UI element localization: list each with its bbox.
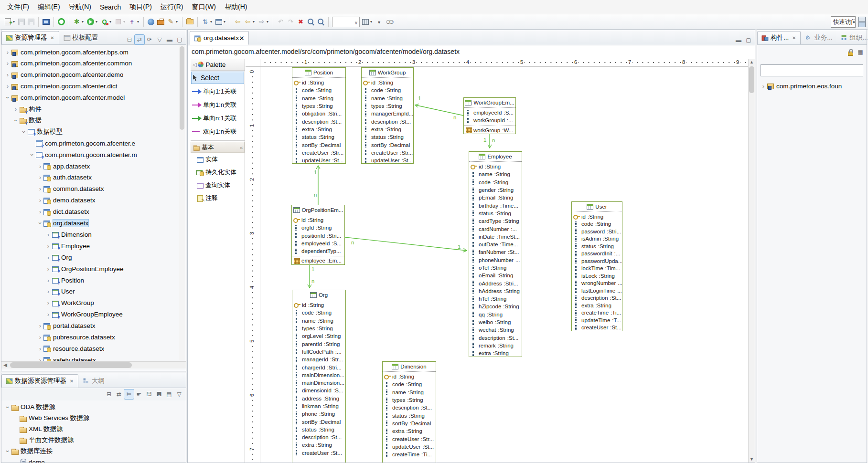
scroll-down-arrow[interactable]: ▼	[749, 456, 755, 463]
tree-expand-icon[interactable]: ›	[45, 277, 52, 284]
field-qq[interactable]: qq:String	[469, 311, 522, 318]
tree-item-数据[interactable]: ›?数据	[1, 115, 179, 126]
field-gender[interactable]: gender:String	[469, 186, 522, 194]
tree-expand-icon[interactable]: ›	[4, 71, 11, 78]
horizontal-ruler[interactable]: 0123456789	[260, 59, 748, 67]
field-description[interactable]: description:St...	[572, 295, 622, 302]
field-name[interactable]: name:String	[469, 170, 522, 178]
field-status[interactable]: status:String	[572, 242, 622, 250]
tree-expand-icon[interactable]: ›	[37, 208, 43, 215]
field-passwordupda[interactable]: passwordUpda...	[572, 257, 622, 265]
field-managerid[interactable]: managerId:Str...	[292, 356, 345, 363]
tab-业务[interactable]: 业务...	[801, 31, 836, 44]
tree-item-web-services-数据源[interactable]: Web Services 数据源	[1, 413, 186, 423]
field-islock[interactable]: isLock:String	[572, 272, 622, 280]
field-createuser[interactable]: createUser:Str...	[383, 435, 436, 442]
entity-position[interactable]: Positionid:Stringcode:Stringname:Stringt…	[292, 67, 346, 164]
tree-item-数据模型[interactable]: ›?数据模型	[1, 126, 179, 137]
field-code[interactable]: code:String	[469, 179, 522, 186]
menu-chevron-button[interactable]	[374, 16, 384, 28]
menu-导航-n[interactable]: 导航(N)	[64, 1, 96, 13]
field-passwordinit[interactable]: passwordInit:...	[572, 250, 622, 258]
palette-tool-持久化实体[interactable]: 持久化实体	[191, 166, 245, 179]
field-hzipcode[interactable]: hZipcode:String	[469, 303, 522, 310]
tree-item-portal-datasetx[interactable]: ›portal.datasetx	[1, 321, 179, 331]
tree-expand-icon[interactable]: ›	[4, 60, 11, 67]
dropdown-chevron-icon[interactable]: ▾	[266, 20, 269, 24]
field-name[interactable]: name:String	[292, 317, 345, 325]
field-id[interactable]: id:String	[469, 163, 522, 170]
tree-expand-icon[interactable]: ›	[37, 163, 43, 170]
field-status[interactable]: status:String	[292, 426, 345, 433]
tree-item-org[interactable]: ›?Org	[1, 252, 179, 263]
nav-backward-button[interactable]: ▾	[243, 16, 257, 28]
field-updateuser[interactable]: updateUser:St...	[292, 157, 345, 164]
browse-repository-button[interactable]	[146, 16, 156, 28]
field-phonenumber[interactable]: phoneNumber...	[469, 256, 522, 264]
menu-窗口-w[interactable]: 窗口(W)	[187, 1, 220, 13]
layout-grid-button[interactable]: ▾	[361, 16, 374, 28]
perspective-switcher[interactable]	[857, 16, 867, 28]
tree-item-oda-数据源[interactable]: ›ODA 数据源	[1, 402, 186, 412]
tree-expand-icon[interactable]: ›	[45, 288, 52, 295]
dropdown-chevron-icon[interactable]: ▾	[108, 20, 112, 24]
zoom-combo-button[interactable]	[331, 16, 361, 28]
field-id[interactable]: id:String	[383, 373, 436, 380]
explorer-vscrollbar[interactable]	[179, 45, 185, 360]
menu-search[interactable]: Search	[96, 1, 125, 13]
tree-expand-icon[interactable]: ›	[45, 265, 52, 273]
delete-button[interactable]	[296, 16, 306, 28]
vertical-ruler[interactable]: 01234567	[246, 67, 260, 463]
tree-item-dict-datasetx[interactable]: ›dict.datasetx	[1, 207, 179, 217]
properties-icon[interactable]: ▤	[164, 389, 174, 399]
section-collapse-icon[interactable]: «	[240, 145, 243, 150]
field-employeeid[interactable]: employeeId:S...	[464, 109, 515, 116]
dropdown-chevron-icon[interactable]: ▾	[175, 20, 179, 24]
palette-tool-实体[interactable]: 实体	[191, 153, 245, 166]
link-with-editor-icon[interactable]: ⇄	[135, 35, 144, 44]
field-fannubmer[interactable]: fanNubmer:St...	[469, 248, 522, 256]
annotate-button[interactable]: ▾	[166, 16, 180, 28]
tree-expand-icon[interactable]: ›	[760, 83, 767, 90]
tree-item-com-primeton-gocom-afcenter-e[interactable]: ?com.primeton.gocom.afcenter.e	[1, 138, 179, 148]
dropdown-chevron-icon[interactable]: ▾	[136, 20, 140, 24]
field-name[interactable]: name:String	[362, 95, 413, 102]
tree-expand-icon[interactable]: ›	[4, 404, 11, 410]
menu-项目-p[interactable]: 项目(P)	[125, 1, 156, 13]
tab-close-icon[interactable]: ✕	[69, 379, 75, 384]
field-status[interactable]: status:String	[383, 411, 436, 419]
field-maindimension[interactable]: mainDimension...	[292, 379, 345, 387]
link-with-editor-icon[interactable]: ⇄	[114, 389, 124, 399]
import-icon[interactable]: 🖫	[144, 389, 154, 399]
field-name[interactable]: name:String	[383, 389, 436, 396]
field-status[interactable]: status:String	[292, 133, 345, 141]
tree-item-orgpositionemployee[interactable]: ›?OrgPositionEmployee	[1, 263, 179, 274]
tree-expand-icon[interactable]: ›	[4, 83, 11, 90]
palette-tool-单向n-1关联[interactable]: 单向n:1关联	[191, 112, 245, 125]
field-maindimension[interactable]: mainDimension...	[292, 371, 345, 379]
debug-button[interactable]: ▾	[72, 16, 86, 28]
editor-tab-close-icon[interactable]: ✕	[239, 34, 244, 42]
palette-tool-单向1-n关联[interactable]: 单向1:n关联	[191, 98, 245, 112]
tree-item-user[interactable]: ›?User	[1, 286, 179, 297]
field-extra[interactable]: extra:String	[362, 126, 413, 133]
field-wrongnumber[interactable]: wrongNumber...	[572, 280, 622, 287]
quick-access-box[interactable]: 快速访问	[831, 16, 856, 28]
relaunch-button[interactable]: ▾	[127, 16, 141, 28]
tree-expand-icon[interactable]: ›	[45, 231, 52, 238]
relation-orgpositionem-to-employee[interactable]	[345, 237, 467, 251]
dropdown-chevron-icon[interactable]: ▾	[369, 20, 373, 24]
open-console-button[interactable]	[41, 16, 51, 28]
field-employee[interactable]: employee:Em...	[292, 256, 344, 264]
field-status[interactable]: status:String	[469, 210, 522, 217]
maximize-icon[interactable]: ▢	[175, 35, 184, 44]
tree-expand-icon[interactable]: ›	[12, 105, 19, 113]
canvas-vscrollbar[interactable]: ▲ ▼	[748, 59, 755, 463]
dropdown-chevron-icon[interactable]: ▾	[252, 20, 256, 24]
field-name[interactable]: name:String	[292, 95, 345, 102]
field-types[interactable]: types:String	[292, 325, 345, 332]
tree-item-com-primeton-gocom-afcenter-m[interactable]: ›?com.primeton.gocom.afcenter.m	[1, 149, 179, 160]
field-oemail[interactable]: oEmail:String	[469, 272, 522, 279]
field-oaddress[interactable]: oAddress:Stri...	[469, 279, 522, 287]
field-dimensionid[interactable]: dimensionId:S...	[292, 387, 345, 394]
